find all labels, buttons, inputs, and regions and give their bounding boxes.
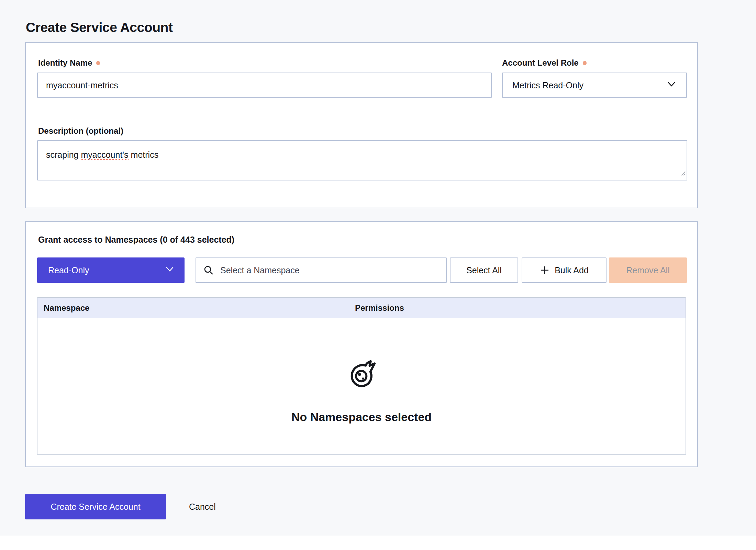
create-service-account-label: Create Service Account: [51, 502, 140, 512]
description-text: scraping: [46, 150, 81, 160]
namespaces-table-empty-body: No Namespaces selected: [37, 318, 686, 455]
chevron-down-icon: [165, 264, 175, 276]
description-text: metrics: [129, 150, 159, 160]
required-dot-icon: [96, 61, 100, 65]
column-header-permissions: Permissions: [355, 303, 404, 313]
required-dot-icon: [583, 61, 587, 65]
namespace-search-input[interactable]: [220, 265, 439, 276]
select-all-button[interactable]: Select All: [450, 257, 518, 283]
identity-name-label-text: Identity Name: [38, 58, 92, 68]
comet-icon: [346, 360, 377, 393]
empty-state-message: No Namespaces selected: [291, 410, 432, 424]
remove-all-button[interactable]: Remove All: [609, 257, 687, 283]
permission-role-dropdown[interactable]: Read-Only: [37, 257, 185, 283]
cancel-label: Cancel: [189, 502, 216, 512]
page-title: Create Service Account: [26, 20, 173, 35]
search-icon: [203, 265, 214, 276]
account-level-role-label-text: Account Level Role: [502, 58, 579, 68]
description-textarea[interactable]: scraping myaccount's metrics: [37, 140, 687, 180]
description-misspelled-word: myaccount's: [81, 150, 128, 161]
description-label-text: Description (optional): [38, 126, 123, 136]
plus-icon: [540, 265, 550, 275]
textarea-resize-handle-icon[interactable]: [680, 167, 686, 179]
service-account-form-card: Identity Name Account Level Role Metrics…: [25, 42, 698, 208]
chevron-down-icon: [666, 79, 677, 91]
column-header-namespace: Namespace: [37, 303, 355, 313]
create-service-account-button[interactable]: Create Service Account: [25, 494, 166, 519]
account-level-role-label: Account Level Role: [502, 58, 587, 68]
grant-namespaces-heading: Grant access to Namespaces (0 of 443 sel…: [38, 235, 234, 245]
cancel-button[interactable]: Cancel: [189, 494, 216, 519]
namespace-search-box: [196, 257, 447, 283]
account-level-role-value: Metrics Read-Only: [512, 80, 583, 90]
account-level-role-select[interactable]: Metrics Read-Only: [502, 73, 687, 98]
bulk-add-label: Bulk Add: [555, 265, 589, 275]
bulk-add-button[interactable]: Bulk Add: [522, 257, 607, 283]
grant-namespaces-card: Grant access to Namespaces (0 of 443 sel…: [25, 221, 698, 467]
bottom-whitespace: [0, 536, 756, 550]
namespaces-table-header: Namespace Permissions: [37, 298, 686, 318]
identity-name-label: Identity Name: [38, 58, 100, 68]
description-label: Description (optional): [38, 126, 123, 136]
identity-name-input[interactable]: [37, 73, 492, 98]
namespaces-table: Namespace Permissions No Namespaces sele…: [37, 297, 686, 455]
select-all-label: Select All: [466, 265, 502, 275]
permission-role-value: Read-Only: [48, 265, 89, 275]
remove-all-label: Remove All: [626, 265, 669, 275]
